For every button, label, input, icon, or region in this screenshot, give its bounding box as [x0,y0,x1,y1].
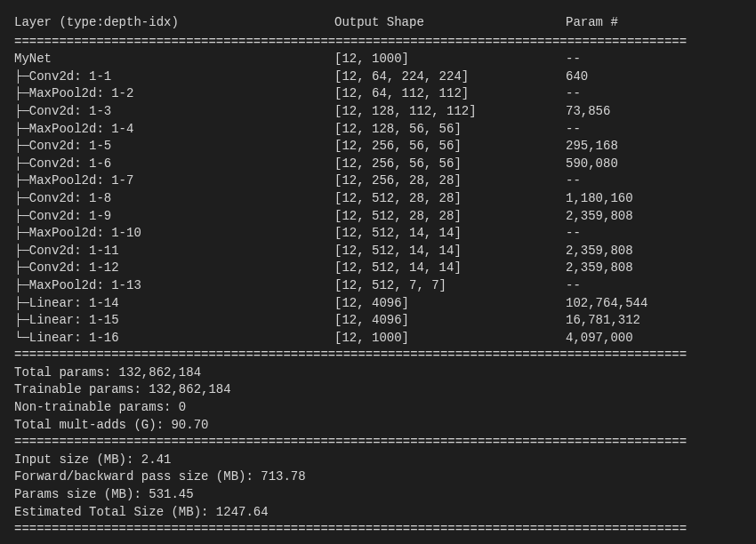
layer-name: ├─MaxPool2d: 1-7 [14,172,334,190]
table-row: ├─Conv2d: 1-6[12, 256, 56, 56]590,080 [14,156,742,173]
layer-name: ├─Conv2d: 1-5 [14,138,334,156]
table-row: ├─Linear: 1-14[12, 4096]102,764,544 [14,295,742,313]
trainable-params: Trainable params: 132,862,184 [14,381,742,399]
output-shape: [12, 512, 14, 14] [334,260,566,277]
output-shape: [12, 512, 28, 28] [334,190,566,208]
layer-name: └─Linear: 1-16 [14,330,334,348]
input-size: Input size (MB): 2.41 [14,452,742,469]
output-shape: [12, 512, 7, 7] [334,277,566,295]
table-row: └─Linear: 1-16[12, 1000]4,097,000 [14,330,742,348]
table-row: ├─Conv2d: 1-8[12, 512, 28, 28]1,180,160 [14,190,742,208]
header-shape: Output Shape [334,14,566,32]
table-row: ├─Conv2d: 1-12[12, 512, 14, 14]2,359,808 [14,260,742,277]
layer-name: ├─Conv2d: 1-3 [14,103,334,121]
param-count: -- [566,85,742,103]
param-count: 295,168 [566,138,742,156]
param-count: 2,359,808 [566,243,742,260]
table-row: ├─MaxPool2d: 1-4[12, 128, 56, 56]-- [14,121,742,139]
layer-name: ├─MaxPool2d: 1-13 [14,277,334,295]
output-shape: [12, 128, 112, 112] [334,103,566,121]
param-count: 2,359,808 [566,208,742,226]
table-row: ├─MaxPool2d: 1-13[12, 512, 7, 7]-- [14,277,742,295]
output-shape: [12, 64, 224, 224] [334,68,566,86]
table-row: ├─Linear: 1-15[12, 4096]16,781,312 [14,312,742,330]
layer-name: MyNet [14,51,334,68]
output-shape: [12, 256, 56, 56] [334,156,566,173]
layer-name: ├─MaxPool2d: 1-2 [14,85,334,103]
output-shape: [12, 4096] [334,295,566,313]
param-count: -- [566,121,742,139]
output-shape: [12, 4096] [334,312,566,330]
param-count: -- [566,277,742,295]
table-row: ├─Conv2d: 1-3[12, 128, 112, 112]73,856 [14,103,742,121]
table-row: MyNet[12, 1000]-- [14,51,742,68]
param-count: -- [566,51,742,68]
param-count: 590,080 [566,156,742,173]
output-shape: [12, 256, 28, 28] [334,172,566,190]
output-shape: [12, 1000] [334,330,566,348]
divider-top: ========================================… [14,34,742,52]
total-size: Estimated Total Size (MB): 1247.64 [14,504,742,522]
param-count: -- [566,172,742,190]
param-count: -- [566,225,742,243]
layer-name: ├─Linear: 1-15 [14,312,334,330]
divider-mid2: ========================================… [14,434,742,452]
layer-name: ├─Linear: 1-14 [14,295,334,313]
layer-name: ├─Conv2d: 1-12 [14,260,334,277]
table-row: ├─Conv2d: 1-1[12, 64, 224, 224]640 [14,68,742,86]
param-count: 4,097,000 [566,330,742,348]
layer-name: ├─Conv2d: 1-6 [14,156,334,173]
param-count: 16,781,312 [566,312,742,330]
layer-name: ├─MaxPool2d: 1-10 [14,225,334,243]
output-shape: [12, 1000] [334,51,566,68]
output-shape: [12, 128, 56, 56] [334,121,566,139]
layer-name: ├─Conv2d: 1-11 [14,243,334,260]
table-row: ├─Conv2d: 1-11[12, 512, 14, 14]2,359,808 [14,243,742,260]
layer-name: ├─MaxPool2d: 1-4 [14,121,334,139]
layer-name: ├─Conv2d: 1-8 [14,190,334,208]
layer-table: MyNet[12, 1000]--├─Conv2d: 1-1[12, 64, 2… [14,51,742,347]
header-param: Param # [566,14,742,32]
param-count: 102,764,544 [566,295,742,313]
param-count: 1,180,160 [566,190,742,208]
output-shape: [12, 512, 14, 14] [334,243,566,260]
divider-mid1: ========================================… [14,347,742,364]
layer-name: ├─Conv2d: 1-9 [14,208,334,226]
output-shape: [12, 512, 14, 14] [334,225,566,243]
table-row: ├─Conv2d: 1-5[12, 256, 56, 56]295,168 [14,138,742,156]
total-params: Total params: 132,862,184 [14,364,742,382]
header-layer: Layer (type:depth-idx) [14,14,334,32]
param-count: 640 [566,68,742,86]
table-row: ├─Conv2d: 1-9[12, 512, 28, 28]2,359,808 [14,208,742,226]
fwd-bwd-size: Forward/backward pass size (MB): 713.78 [14,468,742,486]
output-shape: [12, 64, 112, 112] [334,85,566,103]
param-count: 2,359,808 [566,260,742,277]
params-size: Params size (MB): 531.45 [14,486,742,504]
table-header: Layer (type:depth-idx) Output Shape Para… [14,14,742,32]
table-row: ├─MaxPool2d: 1-7[12, 256, 28, 28]-- [14,172,742,190]
divider-bottom: ========================================… [14,521,742,539]
non-trainable-params: Non-trainable params: 0 [14,399,742,417]
output-shape: [12, 256, 56, 56] [334,138,566,156]
table-row: ├─MaxPool2d: 1-10[12, 512, 14, 14]-- [14,225,742,243]
layer-name: ├─Conv2d: 1-1 [14,68,334,86]
table-row: ├─MaxPool2d: 1-2[12, 64, 112, 112]-- [14,85,742,103]
param-count: 73,856 [566,103,742,121]
mult-adds: Total mult-adds (G): 90.70 [14,417,742,435]
output-shape: [12, 512, 28, 28] [334,208,566,226]
